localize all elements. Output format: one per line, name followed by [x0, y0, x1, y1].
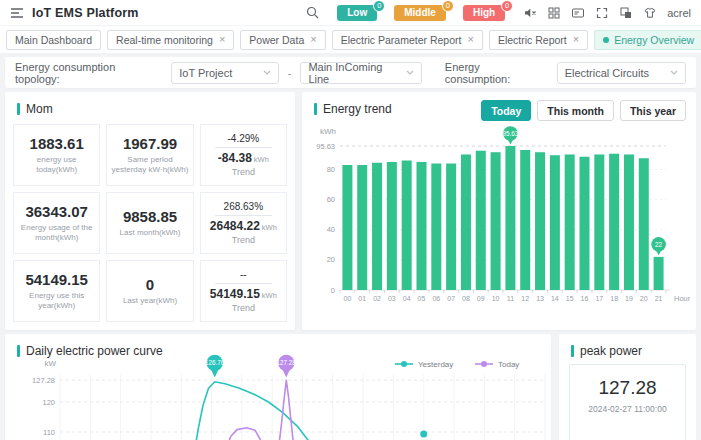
trend-label: Trend: [232, 167, 255, 177]
theme-icon[interactable]: [643, 6, 657, 20]
trend-bar-21[interactable]: [654, 257, 664, 290]
trend-bar-06[interactable]: [431, 164, 441, 290]
username[interactable]: acrel: [667, 7, 691, 19]
menu-icon[interactable]: [10, 6, 24, 20]
divider: [215, 147, 272, 148]
range-button-today[interactable]: Today: [481, 100, 531, 121]
tab-close-icon[interactable]: ×: [219, 34, 225, 45]
badge-count: 0: [442, 0, 454, 12]
svg-text:04: 04: [403, 295, 411, 302]
svg-text:21: 21: [655, 295, 663, 302]
trend-bar-01[interactable]: [357, 165, 367, 290]
trend-label: Trend: [232, 235, 255, 245]
trend-bar-00[interactable]: [342, 165, 352, 290]
trend-bar-11[interactable]: [505, 146, 515, 290]
trend-bar-07[interactable]: [446, 164, 456, 290]
tab-electric-report[interactable]: Electric Report×: [489, 30, 588, 50]
range-button-this-month[interactable]: This month: [537, 100, 614, 121]
trend-unit: kWh: [254, 155, 269, 164]
consumption-select[interactable]: Electrical Circuits: [557, 62, 686, 84]
mom-cards-grid: 1883.61energy use today(kWh)1967.99Same …: [13, 124, 287, 322]
stat-value: 1967.99: [123, 135, 177, 152]
mom-card-3: -4.29%-84.38kWhTrend: [200, 124, 287, 186]
stat-value: 0: [146, 276, 154, 293]
trend-bar-15[interactable]: [565, 154, 575, 290]
trend-bar-16[interactable]: [580, 157, 590, 290]
svg-text:15: 15: [566, 295, 574, 302]
topology-select[interactable]: IoT Project: [171, 62, 279, 84]
svg-text:18: 18: [610, 295, 618, 302]
tab-electric-parameter-report[interactable]: Electric Parameter Report×: [332, 30, 483, 50]
trend-bar-03[interactable]: [387, 162, 397, 290]
alarm-badge-middle[interactable]: Middle0: [394, 5, 446, 21]
trend-value: -84.38kWh: [218, 151, 269, 165]
curve-yesterday[interactable]: [192, 382, 327, 440]
svg-text:09: 09: [477, 295, 485, 302]
curve-peak-marker: 127.28: [277, 355, 297, 378]
trend-bar-17[interactable]: [594, 154, 604, 290]
mom-card-9: --54149.15kWhTrend: [200, 260, 287, 322]
trend-bar-12[interactable]: [520, 150, 530, 290]
mom-panel-title: Mom: [26, 102, 53, 116]
svg-text:40: 40: [327, 225, 335, 234]
stat-label: Energy use this year(kWh): [17, 291, 96, 311]
panel-icon[interactable]: [571, 6, 585, 20]
fullscreen-icon[interactable]: [595, 6, 609, 20]
curve-today[interactable]: [222, 428, 267, 440]
incoming-line-select[interactable]: Main InComing Line: [300, 62, 421, 84]
peak-power-timestamp: 2024-02-27 11:00:00: [588, 404, 666, 414]
trend-bar-04[interactable]: [402, 161, 412, 290]
tab-real-time-monitoring[interactable]: Real-time monitoring×: [107, 30, 234, 50]
trend-bar-20[interactable]: [639, 158, 649, 290]
svg-text:06: 06: [432, 295, 440, 302]
trend-value: 54149.15kWh: [210, 287, 277, 301]
peak-power-title: peak power: [580, 344, 642, 358]
range-button-this-year[interactable]: This year: [620, 100, 686, 121]
mom-card-5: 9858.85Last month(kWh): [106, 192, 193, 254]
svg-text:Hour: Hour: [674, 294, 691, 303]
trend-bar-18[interactable]: [609, 154, 619, 290]
svg-text:08: 08: [462, 295, 470, 302]
panel-accent-bar: [17, 103, 20, 115]
chevron-down-icon: [670, 70, 678, 75]
app-title: IoT EMS Platform: [32, 6, 139, 20]
alarm-badge-high[interactable]: High0: [463, 5, 505, 21]
trend-range-buttons: TodayThis monthThis year: [481, 100, 686, 121]
legend-item-today[interactable]: Today: [475, 360, 519, 369]
badge-label: Middle: [404, 7, 436, 18]
badge-label: Low: [347, 7, 367, 18]
incoming-line-select-value: Main InComing Line: [308, 61, 399, 85]
layers-icon[interactable]: [619, 6, 633, 20]
trend-bar-14[interactable]: [550, 155, 560, 290]
tab-main-dashboard[interactable]: Main Dashboard: [6, 30, 101, 50]
trend-value: 26484.22kWh: [210, 219, 277, 233]
tab-close-icon[interactable]: ×: [310, 34, 316, 45]
curve-peak-marker: 126.76: [205, 355, 225, 378]
tab-close-icon[interactable]: ×: [467, 34, 473, 45]
tab-close-icon[interactable]: ×: [573, 34, 579, 45]
trend-bar-05[interactable]: [417, 162, 427, 290]
svg-text:22: 22: [655, 241, 663, 248]
search-icon[interactable]: [305, 6, 319, 20]
tab-label: Electric Parameter Report: [341, 34, 462, 46]
legend-item-yesterday[interactable]: Yesterday: [395, 360, 453, 369]
tab-power-data[interactable]: Power Data×: [240, 30, 325, 50]
mute-icon[interactable]: [523, 6, 537, 20]
stat-label: Last year(kWh): [123, 296, 177, 306]
tab-energy-overview[interactable]: Energy Overview×: [594, 30, 701, 50]
trend-bar-09[interactable]: [476, 151, 486, 290]
grid-icon[interactable]: [547, 6, 561, 20]
trend-bar-10[interactable]: [491, 152, 501, 290]
divider: [215, 283, 272, 284]
trend-bar-08[interactable]: [461, 154, 471, 290]
daily-curve-panel: Daily electric power curve 127.28120110k…: [5, 334, 551, 440]
mom-card-1: 1883.61energy use today(kWh): [13, 124, 100, 186]
alarm-badge-low[interactable]: Low0: [337, 5, 377, 21]
trend-bar-19[interactable]: [624, 154, 634, 290]
trend-bar-13[interactable]: [535, 152, 545, 290]
trend-bar-02[interactable]: [372, 163, 382, 290]
tab-label: Real-time monitoring: [116, 34, 213, 46]
trend-percent: -4.29%: [227, 133, 259, 144]
svg-text:Today: Today: [498, 360, 519, 369]
badge-label: High: [473, 7, 495, 18]
